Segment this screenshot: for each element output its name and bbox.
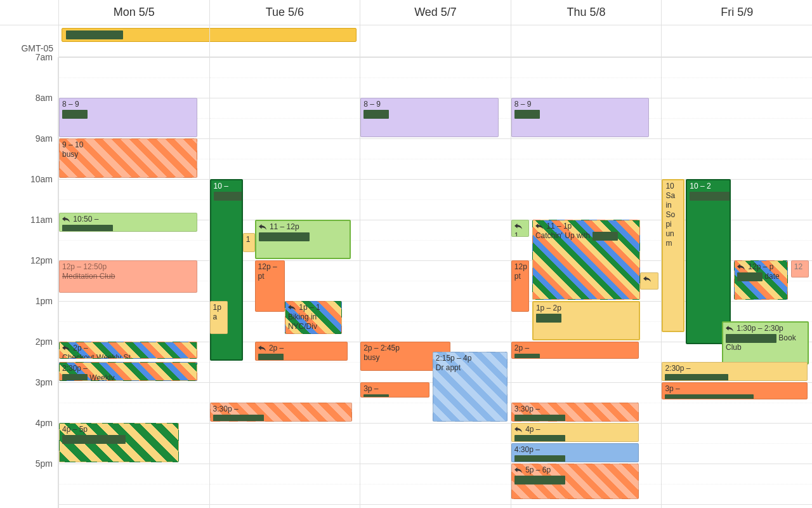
day-header[interactable]: Wed 5/7 [360, 0, 511, 25]
hour-label: 11am [30, 215, 53, 225]
reply-icon [737, 264, 745, 271]
event-time: 11 – 12p [259, 222, 299, 231]
hour-label: 8am [36, 93, 53, 103]
allday-cell[interactable] [209, 25, 360, 57]
calendar-event[interactable]: 1p – 2p [532, 301, 640, 340]
calendar-event[interactable]: 3:30p – [210, 403, 353, 422]
calendar-event[interactable]: 1:30p – 2:30p Book Club [722, 321, 809, 364]
day-column[interactable]: 8 – 9 1 11 – 1pCatchin' Up with 12ppt 1p… [511, 57, 662, 508]
calendar-event[interactable]: 2:15p – 4pDr appt [433, 352, 508, 422]
day-header[interactable]: Fri 5/9 [661, 0, 812, 25]
event-title [665, 373, 804, 381]
calendar-event[interactable]: 12p – 12:50pMeditation Club [59, 260, 197, 293]
calendar-event[interactable]: 11 – 1pCatchin' Up with [532, 220, 640, 300]
reply-icon [514, 224, 522, 230]
redacted-text [514, 476, 565, 485]
calendar-event[interactable]: 9 – 10busy [59, 138, 197, 178]
event-time: 1p – 2p [536, 304, 561, 312]
event-title: busy [62, 150, 194, 159]
redacted-text [726, 334, 776, 343]
day-header[interactable]: Tue 5/6 [209, 0, 360, 25]
event-time: 12p – [258, 262, 277, 271]
event-title [514, 414, 636, 422]
calendar-event[interactable]: 12 [791, 260, 809, 277]
day-column[interactable]: 10 – 1 11 – 12p 12p –pt 1pa 1p – 1Biking… [209, 57, 360, 508]
calendar-event[interactable]: 11 – 12p [255, 220, 351, 259]
redacted-text [514, 455, 565, 462]
calendar-event[interactable]: 2:30p – [662, 362, 808, 381]
event-time: 12 [794, 262, 802, 271]
hour-label: 9am [36, 133, 53, 144]
redacted-text [536, 314, 561, 323]
calendar-event[interactable]: 2p –Checkout Weekly St [59, 342, 197, 359]
calendar-event[interactable]: 1p – 1Biking in NYC/Div [285, 301, 342, 334]
event-time: 8 – 9 [363, 100, 381, 109]
event-time: 9 – 10 [62, 140, 83, 149]
event-title [363, 394, 426, 398]
event-title [213, 414, 350, 422]
event-title [62, 109, 194, 119]
calendar-event[interactable]: 4:30p – [511, 443, 639, 462]
calendar-event[interactable]: 2p – [255, 342, 348, 361]
reply-icon [726, 326, 733, 332]
calendar-event[interactable] [640, 272, 658, 290]
calendar-event[interactable]: 10Sa in So pi un m [662, 179, 684, 332]
calendar-event[interactable]: 1 [511, 220, 529, 237]
day-column[interactable]: 10Sa in So pi un m 10 – 2 12p – p date 1… [661, 57, 812, 508]
redacted-text [363, 110, 389, 119]
calendar-event[interactable]: 5p – 6p [511, 464, 639, 499]
allday-cell[interactable] [661, 25, 812, 57]
hour-label: 10am [30, 174, 53, 184]
event-time: 10 [665, 182, 674, 190]
event-time: 1p – 1 [288, 303, 320, 312]
calendar-event[interactable]: 2:30p – Weekly [59, 362, 197, 381]
event-title: Catchin' Up with [535, 231, 637, 241]
allday-cell[interactable] [360, 25, 511, 57]
event-time: 10 – 2 [690, 182, 710, 190]
calendar-event[interactable]: 3:30p – [511, 403, 639, 422]
event-title [62, 434, 176, 444]
reply-icon [259, 224, 266, 231]
day-column[interactable]: 8 – 9 2p – 2:45pbusy 2:15p – 4pDr appt 3… [360, 57, 511, 508]
calendar-event[interactable]: 8 – 9 [59, 98, 197, 137]
redacted-text [690, 192, 731, 201]
event-title [258, 353, 345, 361]
redacted-text [514, 354, 540, 359]
allday-cell[interactable] [58, 25, 209, 57]
event-time: 1 [514, 222, 523, 237]
event-title: Checkout Weekly St [62, 353, 194, 359]
calendar-event[interactable]: 4p – 5p [59, 423, 179, 462]
day-header[interactable]: Thu 5/8 [511, 0, 662, 25]
event-time: 3:30p – [213, 404, 239, 413]
event-time: 8 – 9 [62, 100, 79, 109]
calendar-event[interactable]: 3p – [360, 382, 429, 398]
event-time: 3p – [665, 384, 679, 393]
event-time: 10 – [214, 182, 228, 190]
calendar-event[interactable]: 12p –pt [255, 260, 285, 312]
reply-icon [514, 467, 522, 474]
redacted-text [514, 415, 565, 422]
event-title: date [737, 272, 785, 281]
calendar-event[interactable]: 12ppt [511, 260, 529, 312]
event-title [514, 109, 646, 119]
calendar-event[interactable]: 10:50 – [59, 213, 197, 232]
calendar-event[interactable]: 4p – [511, 423, 639, 442]
calendar-event[interactable]: 3p – [662, 382, 808, 399]
event-title: Meditation Club [62, 272, 194, 281]
calendar-event[interactable]: 10 – 2 [686, 179, 731, 344]
redacted-text [363, 394, 389, 398]
redacted-text [258, 354, 284, 361]
calendar-event[interactable]: 12p – p date [734, 260, 788, 300]
event-title: Biking in NYC/Div [288, 312, 339, 331]
day-column[interactable]: 8 – 9 9 – 10busy 10:50 – 12p – 12:50pMed… [58, 57, 209, 508]
calendar-event[interactable]: 2p – [511, 342, 639, 359]
event-time: 2p – [62, 344, 88, 352]
day-header[interactable]: Mon 5/5 [58, 0, 209, 25]
allday-cell[interactable] [511, 25, 662, 57]
redacted-text [737, 272, 763, 281]
calendar-event[interactable]: 1pa [210, 301, 228, 334]
redacted-text [593, 232, 618, 241]
calendar-event[interactable]: 8 – 9 [511, 98, 650, 137]
calendar-event[interactable]: 8 – 9 [360, 98, 499, 137]
calendar-event[interactable]: 1 [243, 233, 255, 252]
